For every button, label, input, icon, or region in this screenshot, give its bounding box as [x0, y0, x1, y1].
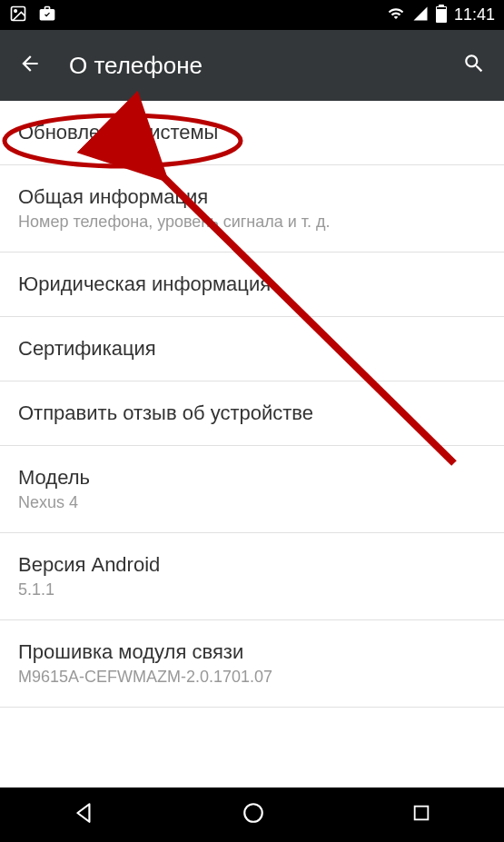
item-title: Прошивка модуля связи: [18, 640, 486, 664]
briefcase-icon: [38, 5, 56, 26]
image-icon: [9, 5, 27, 26]
item-title: Отправить отзыв об устройстве: [18, 401, 486, 425]
status-right-icons: 11:41: [387, 5, 495, 26]
settings-list: Обновление системы Общая информация Номе…: [0, 101, 504, 708]
back-arrow-icon[interactable]: [18, 52, 42, 79]
item-title: Модель: [18, 466, 486, 490]
svg-point-5: [245, 804, 263, 822]
app-header: О телефоне: [0, 30, 504, 101]
list-item-send-feedback[interactable]: Отправить отзыв об устройстве: [0, 381, 504, 446]
battery-icon: [436, 5, 447, 26]
item-subtitle: Номер телефона, уровень сигнала и т. д.: [18, 213, 486, 232]
item-subtitle: Nexus 4: [18, 493, 486, 512]
list-item-android-version[interactable]: Версия Android 5.1.1: [0, 533, 504, 620]
svg-point-1: [15, 9, 16, 11]
status-bar: 11:41: [0, 0, 504, 30]
wifi-icon: [387, 5, 405, 25]
list-item-legal-info[interactable]: Юридическая информация: [0, 253, 504, 317]
item-title: Версия Android: [18, 553, 486, 577]
item-title: Сертификация: [18, 337, 486, 361]
status-time: 11:41: [454, 5, 495, 25]
item-subtitle: 5.1.1: [18, 580, 486, 599]
navigation-bar: [0, 788, 504, 842]
item-title: Обновление системы: [18, 121, 486, 144]
list-item-system-update[interactable]: Обновление системы: [0, 101, 504, 165]
nav-back-icon[interactable]: [73, 801, 96, 828]
item-title: Юридическая информация: [18, 272, 486, 296]
item-subtitle: M9615A-CEFWMAZM-2.0.1701.07: [18, 668, 486, 687]
list-item-model[interactable]: Модель Nexus 4: [0, 446, 504, 533]
status-left-icons: [9, 5, 56, 26]
item-title: Общая информация: [18, 185, 486, 209]
header-title: О телефоне: [69, 52, 435, 80]
list-item-certification[interactable]: Сертификация: [0, 317, 504, 381]
svg-rect-4: [437, 7, 446, 9]
nav-recent-icon[interactable]: [411, 803, 431, 827]
nav-home-icon[interactable]: [242, 801, 265, 828]
signal-icon: [412, 5, 429, 25]
search-icon[interactable]: [462, 52, 486, 79]
svg-rect-3: [439, 5, 444, 7]
svg-rect-6: [414, 807, 428, 820]
list-item-general-info[interactable]: Общая информация Номер телефона, уровень…: [0, 165, 504, 253]
list-item-baseband-version[interactable]: Прошивка модуля связи M9615A-CEFWMAZM-2.…: [0, 620, 504, 708]
